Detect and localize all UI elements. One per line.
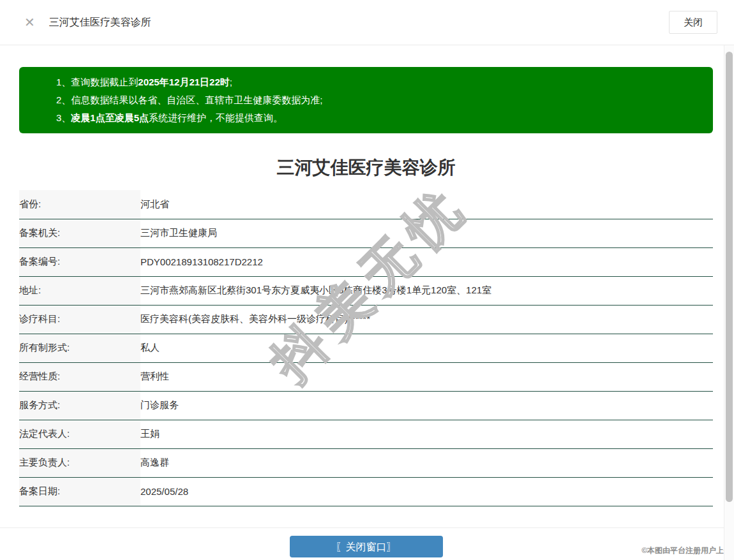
- row-label: 所有制形式:: [19, 334, 140, 362]
- row-value: 营利性: [140, 362, 713, 391]
- notice-line: 3、凌晨1点至凌晨5点系统进行维护，不能提供查询。: [56, 109, 700, 127]
- scrollbar-thumb[interactable]: [726, 52, 733, 502]
- footer: 〖关闭窗口〗: [19, 536, 713, 557]
- footer-divider: [0, 527, 724, 528]
- page: ✕ 三河艾佳医疗美容诊所 关闭 1、查询数据截止到2025年12月21日22时;…: [0, 0, 734, 560]
- copyright-watermark: ©本图由平台注册用户上传: [641, 545, 731, 556]
- table-row: 所有制形式: 私人: [19, 334, 713, 362]
- notice-line: 1、查询数据截止到2025年12月21日22时;: [56, 73, 700, 91]
- row-label: 地址:: [19, 276, 140, 305]
- row-label: 省份:: [19, 190, 140, 219]
- notice-line-number: 1、: [56, 77, 71, 87]
- row-label: 诊疗科目:: [19, 305, 140, 334]
- notice-line-number: 2、: [56, 94, 71, 105]
- row-value: 河北省: [140, 190, 713, 219]
- content: 1、查询数据截止到2025年12月21日22时; 2、信息数据结果以各省、自治区…: [0, 67, 734, 506]
- table-row: 主要负责人: 高逸群: [19, 448, 713, 477]
- close-window-button[interactable]: 〖关闭窗口〗: [290, 536, 443, 557]
- notice-line-bold-text: 凌晨1点至凌晨5点: [71, 112, 149, 123]
- notice-line-text-after: 系统进行维护，不能提供查询。: [149, 112, 283, 123]
- row-label: 经营性质:: [19, 362, 140, 391]
- row-value: 三河市燕郊高新区北蔡街301号东方夏威夷小区5栋商住楼3号楼1单元120室、12…: [140, 276, 713, 305]
- row-value: 王娟: [140, 420, 713, 448]
- table-row: 备案日期: 2025/05/28: [19, 477, 713, 506]
- table-row: 诊疗科目: 医疗美容科(美容皮肤科、美容外科一级诊疗科目)******: [19, 305, 713, 334]
- scrollbar[interactable]: [724, 45, 734, 560]
- table-row: 备案编号: PDY00218913108217D2212: [19, 247, 713, 276]
- table-row: 法定代表人: 王娟: [19, 420, 713, 448]
- header: ✕ 三河艾佳医疗美容诊所 关闭: [0, 0, 734, 45]
- table-row: 地址: 三河市燕郊高新区北蔡街301号东方夏威夷小区5栋商住楼3号楼1单元120…: [19, 276, 713, 305]
- row-label: 备案日期:: [19, 477, 140, 506]
- clinic-info-table-body: 省份: 河北省 备案机关: 三河市卫生健康局 备案编号: PDY00218913…: [19, 190, 713, 506]
- notice-banner: 1、查询数据截止到2025年12月21日22时; 2、信息数据结果以各省、自治区…: [19, 67, 713, 133]
- table-row: 备案机关: 三河市卫生健康局: [19, 219, 713, 247]
- notice-line: 2、信息数据结果以各省、自治区、直辖市卫生健康委数据为准;: [56, 91, 700, 109]
- row-value: 门诊服务: [140, 391, 713, 420]
- row-value: 高逸群: [140, 448, 713, 477]
- row-value: 三河市卫生健康局: [140, 219, 713, 247]
- notice-line-text: 查询数据截止到: [71, 77, 138, 87]
- table-row: 服务方式: 门诊服务: [19, 391, 713, 420]
- clinic-info-table: 省份: 河北省 备案机关: 三河市卫生健康局 备案编号: PDY00218913…: [19, 190, 713, 506]
- window-title: 三河艾佳医疗美容诊所: [49, 16, 151, 29]
- row-value: 医疗美容科(美容皮肤科、美容外科一级诊疗科目)******: [140, 305, 713, 334]
- row-value: PDY00218913108217D2212: [140, 247, 713, 276]
- notice-line-text: 信息数据结果以各省、自治区、直辖市卫生健康委数据为准;: [71, 94, 322, 105]
- close-x-icon[interactable]: ✕: [24, 16, 35, 29]
- row-label: 法定代表人:: [19, 420, 140, 448]
- close-button[interactable]: 关闭: [669, 11, 717, 34]
- row-label: 备案机关:: [19, 219, 140, 247]
- row-label: 主要负责人:: [19, 448, 140, 477]
- row-value: 2025/05/28: [140, 477, 713, 506]
- notice-line-bold-text: 2025年12月21日22时: [138, 77, 229, 87]
- table-row: 省份: 河北省: [19, 190, 713, 219]
- table-row: 经营性质: 营利性: [19, 362, 713, 391]
- row-value: 私人: [140, 334, 713, 362]
- clinic-name-title: 三河艾佳医疗美容诊所: [19, 156, 713, 179]
- notice-line-text-after: ;: [230, 77, 232, 87]
- notice-line-number: 3、: [56, 112, 71, 123]
- row-label: 备案编号:: [19, 247, 140, 276]
- row-label: 服务方式:: [19, 391, 140, 420]
